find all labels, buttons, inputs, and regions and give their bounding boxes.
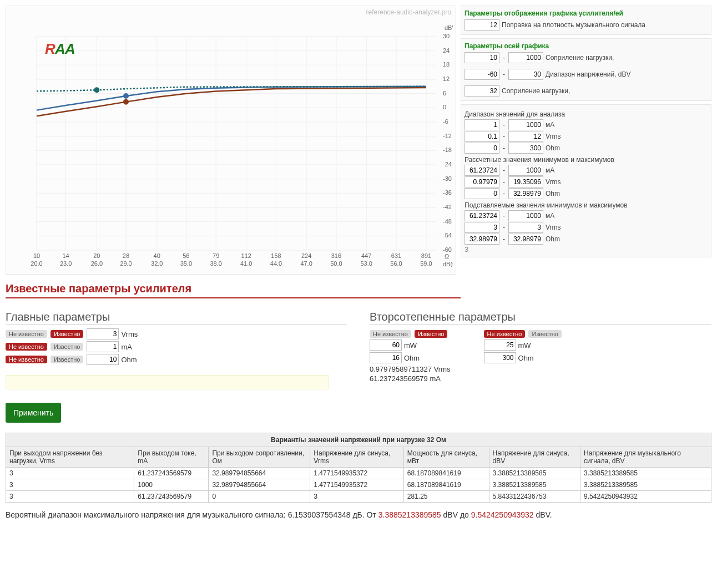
svg-text:316: 316 bbox=[331, 252, 341, 259]
sub-main: Главные параметры bbox=[6, 311, 347, 325]
svg-text:-48: -48 bbox=[443, 218, 452, 225]
table-caption: Вариант/ы значений напряжений при нагруз… bbox=[6, 433, 711, 447]
svg-text:R: R bbox=[45, 40, 55, 57]
watermark: reference-audio-analyzer.pro bbox=[366, 8, 451, 16]
section-known: Известные параметры усилителя bbox=[6, 282, 461, 298]
svg-text:224: 224 bbox=[301, 252, 311, 259]
table-header: Напряжение для музыкального сигнала, dBV bbox=[580, 447, 711, 468]
svg-text:44.0: 44.0 bbox=[270, 260, 282, 267]
svg-text:50.0: 50.0 bbox=[330, 260, 342, 267]
svg-text:-30: -30 bbox=[443, 175, 452, 182]
svg-text:A: A bbox=[64, 40, 75, 57]
svg-text:28: 28 bbox=[123, 252, 129, 259]
panel-title: Параметры отображения графика усилителя/… bbox=[464, 9, 708, 17]
badge-unknown[interactable]: Не известно bbox=[6, 330, 47, 338]
svg-text:A: A bbox=[54, 40, 65, 57]
svg-text:-36: -36 bbox=[443, 189, 452, 196]
panel-axes: Параметры осей графика -Соприление нагру… bbox=[461, 38, 711, 101]
svg-text:-18: -18 bbox=[443, 146, 452, 153]
badge-known[interactable]: Известно bbox=[51, 330, 84, 338]
table-row: 361.23724356957932.9897948556641.4771549… bbox=[6, 468, 711, 479]
notice-box bbox=[6, 375, 329, 389]
table-header: При выходом напряжении без нагрузки, Vrm… bbox=[6, 447, 134, 468]
svg-text:38.0: 38.0 bbox=[210, 260, 221, 267]
svg-text:112: 112 bbox=[241, 252, 251, 259]
svg-text:18: 18 bbox=[443, 61, 450, 68]
table-header: Напряжение для синуса, Vrms bbox=[310, 447, 403, 468]
svg-text:30: 30 bbox=[443, 33, 450, 39]
svg-text:891: 891 bbox=[421, 252, 431, 259]
table-header: Мощность для синуса, мВт bbox=[403, 447, 489, 468]
svg-text:29.0: 29.0 bbox=[120, 260, 132, 267]
svg-text:47.0: 47.0 bbox=[300, 260, 312, 267]
panel-display: Параметры отображения графика усилителя/… bbox=[461, 6, 711, 35]
svg-text:158: 158 bbox=[271, 252, 281, 259]
logo: RAA bbox=[45, 40, 84, 59]
svg-text:-42: -42 bbox=[443, 204, 452, 210]
svg-text:631: 631 bbox=[391, 252, 401, 259]
svg-point-30 bbox=[123, 99, 129, 105]
svg-text:32.0: 32.0 bbox=[151, 260, 163, 267]
apply-button[interactable]: Применить bbox=[6, 403, 61, 423]
panel-ranges: Диапазон значений для анализа -мА -Vrms … bbox=[461, 104, 711, 257]
svg-text:41.0: 41.0 bbox=[240, 260, 252, 267]
load-min[interactable] bbox=[464, 52, 499, 63]
correction-input[interactable] bbox=[464, 19, 499, 31]
svg-text:-12: -12 bbox=[443, 133, 452, 139]
svg-text:12: 12 bbox=[443, 75, 450, 82]
svg-text:24: 24 bbox=[443, 47, 450, 54]
svg-text:23.0: 23.0 bbox=[60, 260, 72, 267]
svg-text:56.0: 56.0 bbox=[390, 260, 402, 267]
svg-text:59.0: 59.0 bbox=[420, 260, 432, 267]
table-row: 3100032.9897948556641.477154993537268.18… bbox=[6, 479, 711, 491]
ma-input[interactable] bbox=[87, 341, 119, 352]
svg-text:-60: -60 bbox=[443, 246, 452, 253]
table-row: 361.23724356957903281.255.84331224367539… bbox=[6, 491, 711, 503]
svg-text:-24: -24 bbox=[443, 161, 452, 168]
vrms-input[interactable] bbox=[87, 328, 119, 339]
ohm-input[interactable] bbox=[87, 354, 119, 365]
y-unit: dBV bbox=[445, 24, 453, 31]
svg-text:79: 79 bbox=[213, 252, 219, 259]
svg-text:10: 10 bbox=[33, 252, 40, 259]
svg-text:-6: -6 bbox=[443, 118, 448, 125]
svg-text:14: 14 bbox=[62, 252, 69, 259]
table-header: Напряжение для синуса, dBV bbox=[489, 447, 580, 468]
x-unit-bottom: dB(Ω) bbox=[443, 261, 453, 267]
chart-container: reference-audio-analyzer.pro 3024181260-… bbox=[6, 6, 456, 275]
load-max[interactable] bbox=[508, 52, 543, 63]
svg-text:56: 56 bbox=[183, 252, 189, 259]
svg-text:6: 6 bbox=[443, 90, 446, 97]
svg-text:26.0: 26.0 bbox=[91, 260, 103, 267]
load-ref[interactable] bbox=[464, 85, 499, 97]
table-header: При выходом сопротивлении, Ом bbox=[209, 447, 310, 468]
volt-min[interactable] bbox=[464, 69, 499, 80]
x-unit-top: Ω bbox=[445, 253, 449, 260]
svg-point-32 bbox=[94, 87, 99, 93]
svg-text:447: 447 bbox=[361, 252, 371, 259]
table-header: При выходом токе, mA bbox=[134, 447, 209, 468]
svg-text:35.0: 35.0 bbox=[180, 260, 192, 267]
svg-text:20.0: 20.0 bbox=[31, 260, 42, 267]
footer-summary: Вероятный диапазон максимального напряже… bbox=[6, 510, 711, 519]
sub-sec: Вторсотепенные параметры bbox=[370, 311, 711, 325]
results-table: Вариант/ы значений напряжений при нагруз… bbox=[6, 433, 711, 503]
volt-max[interactable] bbox=[508, 69, 543, 80]
svg-point-31 bbox=[123, 93, 129, 99]
svg-text:40: 40 bbox=[154, 252, 160, 259]
svg-text:-54: -54 bbox=[443, 232, 452, 239]
svg-text:20: 20 bbox=[93, 252, 100, 259]
svg-text:0: 0 bbox=[443, 104, 446, 110]
svg-text:53.0: 53.0 bbox=[360, 260, 372, 267]
